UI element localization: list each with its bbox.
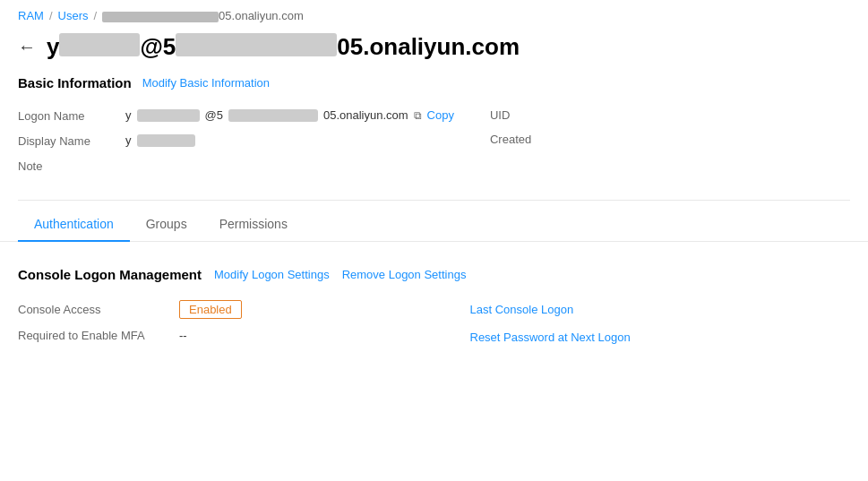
copy-icon: ⧉ bbox=[414, 109, 422, 122]
title-blurred-2 bbox=[176, 33, 337, 56]
info-left: Logon Name y @5 05.onaliyun.com ⧉ Copy D… bbox=[18, 103, 454, 178]
uid-row: UID bbox=[490, 103, 850, 127]
console-access-label: Console Access bbox=[18, 303, 179, 316]
section-header: Basic Information Modify Basic Informati… bbox=[18, 75, 850, 90]
note-row: Note bbox=[18, 153, 454, 178]
logon-blurred-1 bbox=[137, 109, 200, 122]
modify-logon-settings-link[interactable]: Modify Logon Settings bbox=[214, 268, 330, 281]
section-title: Basic Information bbox=[18, 75, 132, 90]
title-blurred-1 bbox=[59, 33, 140, 56]
tab-groups[interactable]: Groups bbox=[130, 208, 203, 242]
display-name-value: y bbox=[125, 133, 195, 147]
console-logon-header: Console Logon Management Modify Logon Se… bbox=[18, 267, 850, 282]
breadcrumb: RAM / Users / 05.onaliyun.com bbox=[0, 0, 868, 28]
page-header: ← y @5 05.onaliyun.com bbox=[0, 28, 868, 75]
last-console-logon-link[interactable]: Last Console Logon bbox=[470, 303, 574, 316]
tab-permissions[interactable]: Permissions bbox=[203, 208, 304, 242]
mfa-label: Required to Enable MFA bbox=[18, 329, 179, 342]
created-label: Created bbox=[490, 133, 531, 146]
auth-section: Console Logon Management Modify Logon Se… bbox=[0, 242, 868, 367]
logon-name-value: y @5 05.onaliyun.com ⧉ Copy bbox=[125, 108, 454, 122]
breadcrumb-current: 05.onaliyun.com bbox=[102, 9, 304, 22]
breadcrumb-blurred bbox=[102, 12, 219, 22]
breadcrumb-ram[interactable]: RAM bbox=[18, 9, 44, 22]
console-access-value: Enabled bbox=[179, 303, 242, 316]
uid-label: UID bbox=[490, 108, 510, 122]
console-grid: Console Access Enabled Required to Enabl… bbox=[18, 296, 850, 353]
divider bbox=[18, 200, 850, 201]
display-name-row: Display Name y bbox=[18, 128, 454, 153]
logon-name-row: Logon Name y @5 05.onaliyun.com ⧉ Copy bbox=[18, 103, 454, 128]
modify-basic-info-link[interactable]: Modify Basic Information bbox=[142, 76, 270, 90]
created-row: Created bbox=[490, 127, 850, 151]
enabled-badge: Enabled bbox=[179, 300, 242, 319]
copy-button[interactable]: Copy bbox=[427, 108, 454, 122]
basic-information-section: Basic Information Modify Basic Informati… bbox=[0, 75, 868, 193]
tabs-container: Authentication Groups Permissions bbox=[0, 208, 868, 242]
mfa-value: -- bbox=[179, 329, 187, 342]
remove-logon-settings-link[interactable]: Remove Logon Settings bbox=[342, 268, 467, 281]
back-button[interactable]: ← bbox=[18, 37, 36, 57]
mfa-row: Required to Enable MFA -- bbox=[18, 322, 434, 348]
console-logon-title: Console Logon Management bbox=[18, 267, 202, 282]
display-blurred bbox=[137, 134, 195, 147]
info-right: UID Created bbox=[454, 103, 850, 178]
display-name-label: Display Name bbox=[18, 133, 125, 148]
last-console-row: Last Console Logon bbox=[470, 296, 851, 322]
console-right: Last Console Logon Reset Password at Nex… bbox=[434, 296, 851, 353]
logon-name-label: Logon Name bbox=[18, 108, 125, 123]
console-access-row: Console Access Enabled bbox=[18, 296, 434, 322]
console-left: Console Access Enabled Required to Enabl… bbox=[18, 296, 434, 353]
breadcrumb-users[interactable]: Users bbox=[58, 9, 89, 22]
logon-blurred-2 bbox=[228, 109, 318, 122]
tab-authentication[interactable]: Authentication bbox=[18, 208, 130, 242]
page-title: y @5 05.onaliyun.com bbox=[47, 33, 520, 61]
reset-password-link[interactable]: Reset Password at Next Logon bbox=[470, 329, 631, 347]
note-label: Note bbox=[18, 159, 125, 173]
reset-password-row: Reset Password at Next Logon bbox=[470, 322, 851, 353]
info-grid: Logon Name y @5 05.onaliyun.com ⧉ Copy D… bbox=[18, 103, 850, 178]
